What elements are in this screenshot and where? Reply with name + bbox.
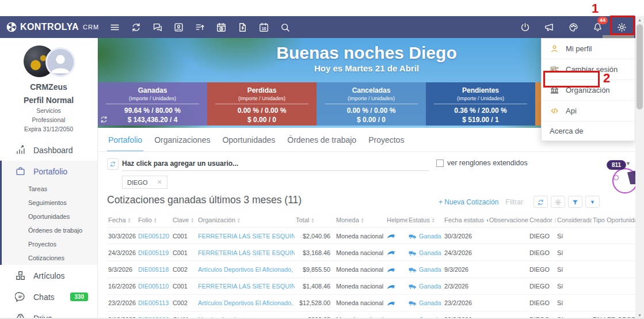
table-row[interactable]: 3/12/2025 DIE005099 CLI11 Mestizo Arquit… [107, 311, 635, 319]
table-row[interactable]: 30/3/2026 DIE005120 C001 FERRETERIA LAS … [107, 227, 635, 244]
column-header-moneda[interactable]: Moneda▲▼ [335, 213, 386, 227]
folio-link[interactable]: DIE005099 [138, 316, 169, 319]
helpme-icon[interactable] [387, 249, 397, 256]
helpme-icon[interactable] [387, 283, 397, 290]
estatus-link[interactable]: Ganada [419, 299, 441, 306]
folio-link[interactable]: DIE005119 [138, 249, 169, 256]
sort-desc-icon[interactable]: ▼ [486, 218, 488, 223]
tab-oportunidades[interactable]: Oportunidades [221, 135, 276, 151]
summary-card-pendientes[interactable]: Pendientes (Importe / Unidades) 0.36 % /… [426, 82, 535, 126]
column-header-folio[interactable]: Folio▲▼ [137, 213, 172, 227]
vertical-scrollbar[interactable]: ▲ ▼ [635, 16, 644, 319]
column-header-organizaci-n[interactable]: Organización▲▼ [197, 213, 295, 227]
organization-link[interactable]: FERRETERIA LAS SIETE ESQUINAS SA DE CV N… [198, 249, 295, 256]
cards-refresh-icon[interactable] [100, 115, 108, 124]
column-header-observaciones[interactable]: Observaciones▲▼ [488, 213, 528, 227]
menu-item-api[interactable]: Api [542, 101, 635, 121]
sort-icon[interactable]: ▲▼ [237, 218, 241, 223]
sort-icon[interactable]: ▲▼ [361, 218, 364, 223]
more-options-button[interactable]: ▼ [585, 196, 600, 208]
table-row[interactable]: 23/2/2026 DIE005113 C002 Artículos Depor… [107, 294, 635, 311]
sidebar-subitem--rdenes-de-trabajo[interactable]: Órdenes de trabajo [2, 223, 97, 237]
helpme-icon[interactable] [387, 265, 397, 272]
tab-organizaciones[interactable]: Organizaciones [153, 135, 211, 151]
scrollbar-thumb[interactable] [637, 24, 643, 109]
filter-refresh-icon[interactable] [107, 158, 119, 170]
menu-item-mi-perfil[interactable]: Mi perfil [542, 39, 635, 59]
sidebar-subitem-tareas[interactable]: Tareas [2, 182, 97, 196]
tab-portafolio[interactable]: Portafolio [107, 135, 143, 151]
sidebar-subitem-proyectos[interactable]: Proyectos [2, 237, 97, 251]
calendar-clock-icon[interactable] [216, 22, 227, 33]
folio-link[interactable]: DIE005110 [138, 283, 169, 290]
sidebar-subitem-cotizaciones[interactable]: Cotizaciones [2, 251, 97, 265]
column-header-creador[interactable]: Creador▲▼ [528, 213, 556, 227]
helpme-icon[interactable] [387, 232, 397, 239]
refresh-button[interactable] [534, 196, 548, 208]
new-quote-link[interactable]: + Nueva Cotización [439, 198, 498, 206]
sync-icon[interactable] [131, 22, 142, 33]
column-header-helpme[interactable]: Helpme▲▼ [386, 213, 407, 227]
helpme-icon[interactable] [387, 299, 397, 306]
column-header-considerada[interactable]: Considerada▲▼ [556, 213, 592, 227]
sort-icon[interactable]: ▲▼ [432, 218, 435, 223]
organization-link[interactable]: Mestizo Arquitectura [198, 316, 254, 319]
tab-proyectos[interactable]: Proyectos [367, 135, 405, 151]
table-row[interactable]: 16/2/2026 DIE005110 C001 FERRETERIA LAS … [107, 278, 635, 294]
sort-icon[interactable]: ▲▼ [154, 218, 157, 223]
organization-link[interactable]: Artículos Deportivos El Aficionado, S.A.… [198, 266, 295, 273]
sidebar-item-portafolio[interactable]: Portafolio [2, 161, 97, 182]
menu-icon[interactable] [109, 22, 120, 33]
estatus-link[interactable]: Ganada [419, 233, 441, 240]
menu-item-cambiar-sesi-n[interactable]: Cambiar sesión [542, 59, 635, 80]
estatus-link[interactable]: Ganada [419, 283, 441, 290]
sort-icon[interactable]: ▲▼ [311, 218, 314, 223]
estatus-link[interactable]: Ganada [419, 316, 441, 319]
sort-icon[interactable]: ▲▼ [190, 218, 194, 223]
organization-link[interactable]: FERRETERIA LAS SIETE ESQUINAS SA DE CV N… [198, 283, 295, 290]
avatar[interactable] [45, 47, 75, 77]
sidebar-item-dashboard[interactable]: Dashboard [0, 139, 97, 161]
scroll-down-arrow[interactable]: ▼ [635, 313, 644, 317]
sidebar-item-chats[interactable]: Chats330 [0, 286, 97, 307]
table-row[interactable]: 24/3/2026 DIE005119 C001 FERRETERIA LAS … [107, 244, 635, 261]
quote-document-icon[interactable] [237, 22, 248, 33]
column-header-clave[interactable]: Clave▲▼ [172, 213, 197, 227]
notifications-button[interactable]: 44 [592, 22, 603, 33]
user-select-input[interactable]: Haz click para agregar un usuario... [122, 158, 429, 171]
summary-card-ganadas[interactable]: Ganadas (Importe / Unidades) 99.64 % / 8… [98, 82, 207, 126]
filter-button[interactable] [568, 196, 582, 208]
settings-icon[interactable] [616, 22, 627, 33]
helpme-icon[interactable] [387, 316, 397, 319]
calendar-date-icon[interactable]: 10 [258, 22, 269, 33]
folio-link[interactable]: DIE005113 [138, 299, 169, 306]
column-header-total[interactable]: Total▲▼ [295, 213, 335, 227]
extended-rows-checkbox[interactable] [436, 160, 444, 167]
sidebar-item-art-culos[interactable]: Artículos [0, 265, 97, 286]
sort-icon[interactable]: ▲▼ [128, 218, 131, 223]
tab--rdenes-de-trabajo[interactable]: Órdenes de trabajo [286, 135, 357, 151]
contact-card-icon[interactable] [173, 22, 184, 33]
sort-icon[interactable]: ▲▼ [554, 218, 556, 223]
remove-tag-icon[interactable]: ✕ [157, 179, 162, 186]
organization-link[interactable]: Artículos Deportivos El Aficionado, S.A.… [198, 299, 295, 306]
chats-icon[interactable] [152, 22, 163, 33]
announcements-icon[interactable] [544, 22, 555, 33]
theme-icon[interactable] [568, 22, 579, 33]
search-icon[interactable] [280, 22, 291, 33]
scroll-up-arrow[interactable]: ▲ [635, 18, 644, 22]
estatus-link[interactable]: Ganada [419, 266, 441, 273]
table-row[interactable]: 9/3/2026 DIE005118 C002 Artículos Deport… [107, 261, 635, 278]
summary-card-canceladas[interactable]: Canceladas (Importe / Unidades) 0.00 % /… [317, 82, 426, 126]
sidebar-subitem-seguimientos[interactable]: Seguimientos [2, 196, 97, 210]
column-header-fecha-estatus[interactable]: Fecha estatus▼ [443, 213, 488, 227]
power-icon[interactable] [520, 22, 531, 33]
column-header-estatus[interactable]: Estatus▲▼ [407, 213, 443, 227]
folio-link[interactable]: DIE005120 [138, 233, 169, 240]
assistant-widget[interactable]: 811 [610, 160, 635, 192]
task-list-icon[interactable] [195, 22, 205, 33]
filter-link[interactable]: Filtrar [505, 198, 523, 206]
folio-link[interactable]: DIE005118 [138, 266, 169, 273]
sidebar-subitem-oportunidades[interactable]: Oportunidades [2, 210, 97, 223]
table-settings-button[interactable] [551, 196, 565, 208]
